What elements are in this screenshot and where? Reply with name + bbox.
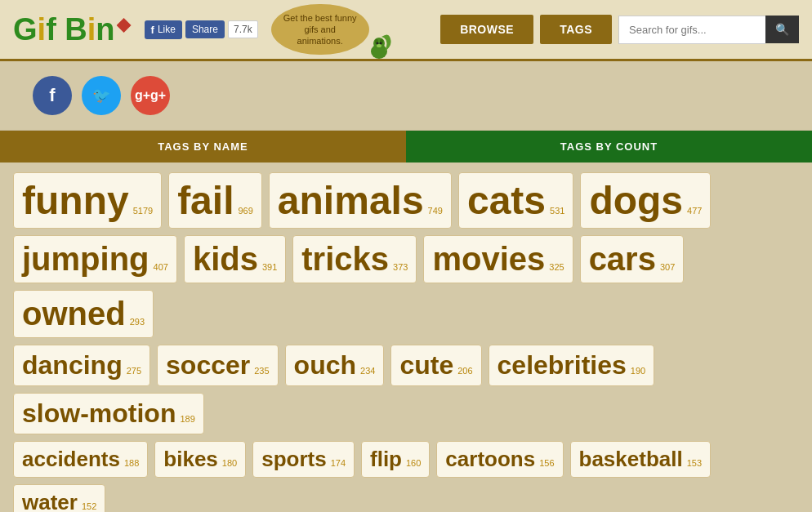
tag-movies[interactable]: movies 325 [423,235,573,283]
tab-tags-by-count[interactable]: TAGS BY COUNT [406,131,812,163]
search-input[interactable] [618,16,765,44]
twitter-social-button[interactable]: 🐦 [82,76,121,115]
tag-fail[interactable]: fail 969 [168,172,262,229]
tag-dancing[interactable]: dancing 275 [13,345,150,386]
tags-tabs: TAGS BY NAME TAGS BY COUNT [0,131,812,163]
logo[interactable]: Gif Bin [13,14,132,45]
tag-cute[interactable]: cute 206 [390,345,481,386]
tag-sports[interactable]: sports 174 [252,441,355,478]
tag-cats[interactable]: cats 531 [458,172,573,229]
tags-row-2: jumping 407 kids 391 tricks 373 movies 3… [13,235,799,338]
fb-count: 7.7k [228,20,258,38]
tag-owned[interactable]: owned 293 [13,290,154,338]
tag-water[interactable]: water 152 [13,484,105,512]
tags-grid: funny 5179 fail 969 animals 749 cats 531… [0,163,812,512]
tag-bikes[interactable]: bikes 180 [154,441,246,478]
tag-dogs[interactable]: dogs 477 [580,172,711,229]
tags-button[interactable]: TAGS [540,15,612,44]
tab-tags-by-name[interactable]: TAGS BY NAME [0,131,406,163]
social-bar: f 🐦 g+ g+ [0,61,812,131]
browse-button[interactable]: BROWSE [440,15,533,44]
tag-animals[interactable]: animals 749 [269,172,452,229]
nav-buttons: BROWSE TAGS 🔍 [440,15,799,44]
tag-cars[interactable]: cars 307 [580,235,685,283]
svg-point-4 [376,42,378,45]
svg-point-6 [377,44,381,47]
tags-row-1: funny 5179 fail 969 animals 749 cats 531… [13,172,799,229]
tag-ouch[interactable]: ouch 234 [285,345,385,386]
tag-celebrities[interactable]: celebrities 190 [489,345,655,386]
tag-slow-motion[interactable]: slow-motion 189 [13,393,204,434]
tag-basketball[interactable]: basketball 153 [570,441,712,478]
facebook-social-button[interactable]: f [33,76,72,115]
tags-row-4: accidents 188 bikes 180 sports 174 flip … [13,441,799,512]
tag-accidents[interactable]: accidents 188 [13,441,148,478]
header: Gif Bin f Like Share 7.7k Get the best f… [0,0,812,61]
tag-cartoons[interactable]: cartoons 156 [436,441,563,478]
thought-bubble: Get the best funny gifs and animations. [271,4,369,56]
search-container: 🔍 [618,16,799,44]
search-button[interactable]: 🔍 [765,16,799,43]
facebook-like-area: f Like Share 7.7k [145,20,258,39]
googleplus-social-button[interactable]: g+ g+ [131,76,170,115]
like-label: Like [158,24,176,35]
tag-kids[interactable]: kids 391 [184,235,286,283]
tag-funny[interactable]: funny 5179 [13,172,162,229]
tag-jumping[interactable]: jumping 407 [13,235,177,283]
tag-soccer[interactable]: soccer 235 [157,345,279,386]
tag-flip[interactable]: flip 160 [361,441,430,478]
tags-row-3: dancing 275 soccer 235 ouch 234 cute 206… [13,345,799,434]
facebook-share-button[interactable]: Share [185,20,225,38]
facebook-like-button[interactable]: f Like [145,20,182,39]
tag-tricks[interactable]: tricks 373 [292,235,417,283]
svg-point-5 [379,42,381,45]
